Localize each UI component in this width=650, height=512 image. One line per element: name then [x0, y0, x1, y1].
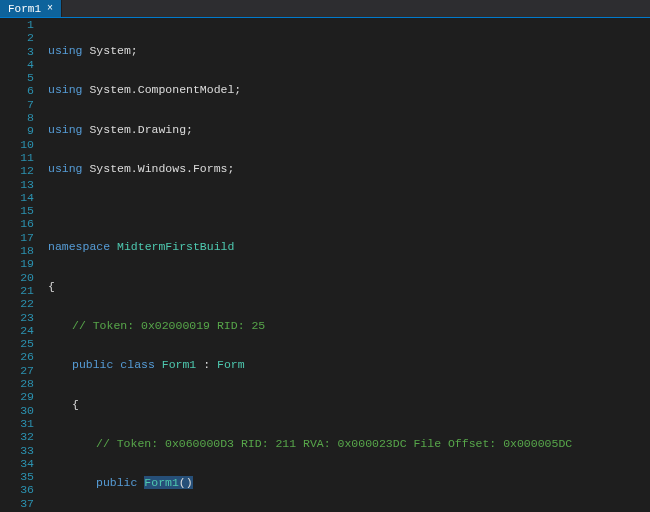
line-number-gutter: 1 2 3 4 5 6 7 8 9 10 11 12 13 14 15 16 1…	[0, 18, 42, 512]
code-area[interactable]: using System; using System.ComponentMode…	[42, 18, 650, 512]
code-line: // Token: 0x02000019 RID: 25	[48, 319, 650, 332]
code-line: public class Form1 : Form	[48, 358, 650, 371]
tab-label: Form1	[8, 3, 41, 15]
tab-bar: Form1 ×	[0, 0, 650, 18]
code-line: {	[48, 280, 650, 293]
code-line	[48, 201, 650, 214]
code-line: namespace MidtermFirstBuild	[48, 240, 650, 253]
code-line: // Token: 0x060000D3 RID: 211 RVA: 0x000…	[48, 437, 650, 450]
code-line: public Form1()	[48, 476, 650, 489]
tab-form1[interactable]: Form1 ×	[0, 0, 62, 17]
code-editor[interactable]: 1 2 3 4 5 6 7 8 9 10 11 12 13 14 15 16 1…	[0, 18, 650, 512]
code-line: using System.ComponentModel;	[48, 83, 650, 96]
code-line: using System.Drawing;	[48, 123, 650, 136]
code-line: {	[48, 398, 650, 411]
code-line: using System;	[48, 44, 650, 57]
code-line: using System.Windows.Forms;	[48, 162, 650, 175]
close-icon[interactable]: ×	[47, 3, 53, 14]
